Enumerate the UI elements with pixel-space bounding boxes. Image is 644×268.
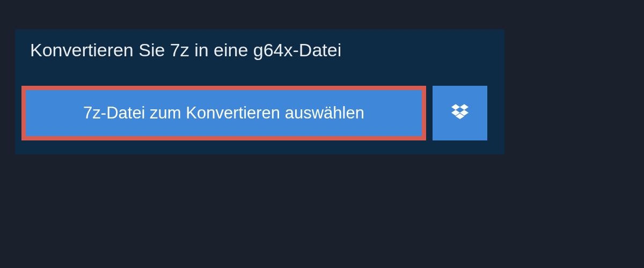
dropbox-button[interactable] xyxy=(433,86,487,140)
select-file-button[interactable]: 7z-Datei zum Konvertieren auswählen xyxy=(26,90,422,136)
dropbox-icon xyxy=(451,104,469,122)
upload-row: 7z-Datei zum Konvertieren auswählen xyxy=(15,72,504,154)
select-file-label: 7z-Datei zum Konvertieren auswählen xyxy=(83,103,364,123)
heading-bar: Konvertieren Sie 7z in eine g64x-Datei xyxy=(15,29,384,72)
select-file-highlight: 7z-Datei zum Konvertieren auswählen xyxy=(21,86,426,140)
converter-panel: Konvertieren Sie 7z in eine g64x-Datei 7… xyxy=(15,29,504,154)
page-title: Konvertieren Sie 7z in eine g64x-Datei xyxy=(30,39,369,61)
